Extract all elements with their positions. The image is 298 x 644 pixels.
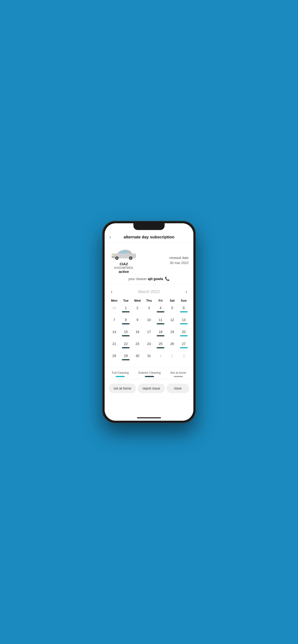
day-header: Sat	[166, 299, 178, 304]
day-number: 29	[124, 354, 128, 358]
phone-frame: ‹ alternate day subscription	[102, 221, 196, 423]
month-label: March 2022	[138, 290, 160, 294]
car-body: CIAZ KA01MP9931 active	[114, 262, 133, 274]
calendar-day[interactable]: 5	[166, 305, 178, 316]
day-number: 2	[171, 354, 173, 358]
day-number: 28	[112, 354, 116, 358]
legend-label: Full Cleaning	[112, 371, 129, 374]
more-button[interactable]: more	[167, 384, 189, 393]
calendar-day[interactable]: 30	[132, 353, 143, 364]
svg-point-2	[116, 257, 118, 259]
day-bar-exterior	[122, 335, 129, 336]
calendar-day[interactable]: 15	[120, 329, 131, 340]
calendar-day[interactable]: 4	[155, 305, 166, 316]
car-status: active	[119, 270, 129, 274]
calendar-day[interactable]: 18	[155, 329, 166, 340]
calendar-day[interactable]: 6	[178, 305, 190, 316]
legend-item-exterior: Exterior Cleaning	[138, 371, 161, 377]
day-header: Sun	[178, 299, 190, 304]
calendar-day[interactable]: 31	[143, 353, 155, 364]
calendar-day[interactable]: 17	[143, 329, 155, 340]
calendar-day[interactable]: 8	[120, 317, 131, 328]
day-header: Fri	[155, 299, 166, 304]
day-number: 22	[124, 342, 128, 346]
day-header: Thu	[143, 299, 155, 304]
day-number: 24	[147, 342, 151, 346]
legend: Full CleaningExterior CleaningNot at hom…	[105, 367, 193, 379]
day-number: 1	[125, 306, 127, 310]
car-image-area: CIAZ KA01MP9931 active	[109, 247, 138, 274]
calendar-day[interactable]: 28	[108, 353, 120, 364]
car-plate: KA01MP9931	[114, 266, 133, 270]
cleaner-name: ajit gowla	[148, 277, 163, 281]
calendar-day[interactable]: 2	[166, 353, 178, 364]
legend-label: Exterior Cleaning	[138, 371, 161, 374]
svg-rect-7	[112, 256, 115, 258]
day-number: 5	[171, 306, 173, 310]
day-number: 27	[182, 342, 186, 346]
day-bar-full	[180, 347, 188, 348]
calendar-section: ‹ March 2022 › MonTueWedThuFriSatSun2812…	[105, 284, 193, 367]
calendar-day[interactable]: 2	[132, 305, 143, 316]
day-bar-full	[180, 311, 188, 312]
calendar-day[interactable]: 12	[166, 317, 178, 328]
day-number: 30	[135, 354, 139, 358]
calendar-day[interactable]: 3	[143, 305, 155, 316]
renewal-info: renewal date 30 mar 2022	[169, 256, 189, 266]
calendar-day[interactable]: 20	[178, 329, 190, 340]
calendar-day[interactable]: 16	[132, 329, 143, 340]
legend-bar	[145, 376, 154, 377]
calendar-day[interactable]: 14	[108, 329, 120, 340]
day-bar-exterior	[157, 335, 164, 336]
svg-rect-5	[112, 255, 114, 256]
calendar-grid: MonTueWedThuFriSatSun2812345678910111213…	[108, 299, 190, 364]
report-issue-button[interactable]: report issue	[138, 384, 165, 393]
prev-month-button[interactable]: ‹	[108, 288, 115, 296]
calendar-day[interactable]: 25	[155, 341, 166, 352]
day-number: 3	[148, 306, 150, 310]
calendar-day[interactable]: 10	[143, 317, 155, 328]
calendar-day[interactable]: 29	[120, 353, 131, 364]
calendar-day[interactable]: 24	[143, 341, 155, 352]
header: ‹ alternate day subscription	[105, 232, 193, 243]
calendar-day[interactable]: 13	[178, 317, 190, 328]
day-header: Tue	[120, 299, 131, 304]
calendar-day[interactable]: 26	[166, 341, 178, 352]
day-number: 26	[170, 342, 174, 346]
screen-content: ‹ alternate day subscription	[105, 223, 193, 421]
next-month-button[interactable]: ›	[183, 288, 190, 296]
calendar-day[interactable]: 9	[132, 317, 143, 328]
day-bar-full	[180, 335, 188, 336]
day-number: 28	[112, 306, 116, 310]
back-button[interactable]: ‹	[109, 234, 111, 240]
day-number: 23	[135, 342, 139, 346]
day-number: 7	[113, 318, 115, 322]
page-title: alternate day subscription	[123, 235, 175, 240]
calendar-day[interactable]: 28	[108, 305, 120, 316]
not-at-home-button[interactable]: not at home	[109, 384, 136, 393]
svg-rect-6	[134, 255, 136, 256]
legend-bar	[174, 376, 183, 377]
calendar-day[interactable]: 7	[108, 317, 120, 328]
calendar-day[interactable]: 21	[108, 341, 120, 352]
calendar-day[interactable]: 3	[178, 353, 190, 364]
calendar-day[interactable]: 27	[178, 341, 190, 352]
day-header: Mon	[108, 299, 120, 304]
car-section: CIAZ KA01MP9931 active renewal date 30 m…	[105, 243, 193, 284]
day-number: 1	[160, 354, 162, 358]
calendar-day[interactable]: 19	[166, 329, 178, 340]
day-number: 4	[160, 306, 162, 310]
svg-point-4	[130, 257, 131, 259]
day-number: 3	[183, 354, 185, 358]
day-number: 12	[170, 318, 174, 322]
calendar-day[interactable]: 23	[132, 341, 143, 352]
day-bar-exterior	[122, 323, 129, 324]
day-number: 18	[159, 330, 163, 334]
calendar-day[interactable]: 1	[120, 305, 131, 316]
phone-icon[interactable]: 📞	[165, 277, 170, 281]
day-bar-exterior	[122, 347, 129, 348]
calendar-day[interactable]: 22	[120, 341, 131, 352]
calendar-day[interactable]: 1	[155, 353, 166, 364]
day-number: 2	[136, 306, 138, 310]
calendar-day[interactable]: 11	[155, 317, 166, 328]
